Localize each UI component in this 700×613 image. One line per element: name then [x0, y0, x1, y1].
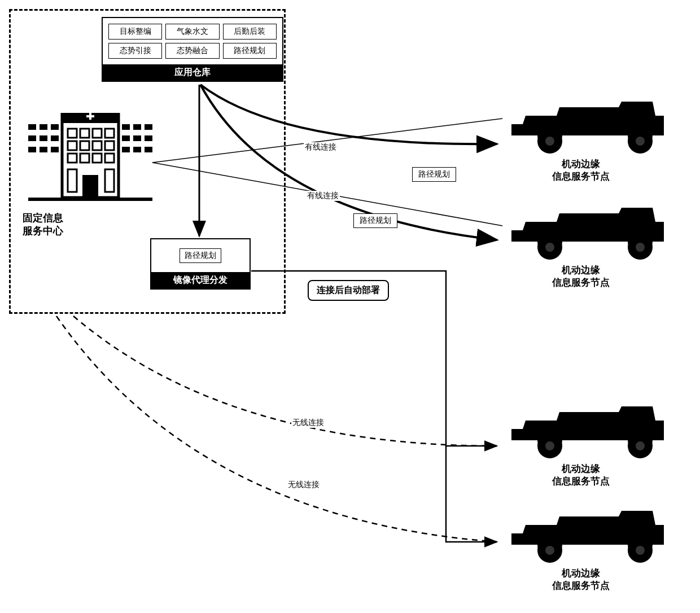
svg-rect-5 — [40, 124, 47, 130]
svg-rect-41 — [28, 198, 152, 201]
svg-rect-39 — [105, 169, 114, 192]
svg-rect-12 — [51, 147, 59, 152]
svg-rect-29 — [105, 129, 114, 138]
svg-rect-37 — [105, 154, 114, 163]
wired-label-2: 有线连接 — [306, 191, 340, 201]
svg-rect-34 — [68, 154, 77, 163]
app-item-1: 气象水文 — [165, 24, 219, 40]
svg-rect-18 — [145, 135, 152, 141]
edge-node-label-3: 机动边缘 信息服务节点 — [552, 463, 610, 488]
svg-rect-17 — [133, 135, 141, 141]
svg-rect-13 — [122, 124, 130, 130]
svg-point-57 — [636, 546, 645, 555]
path-plan-box-1: 路径规划 — [412, 167, 456, 182]
app-warehouse-title: 应用仓库 — [103, 64, 282, 81]
svg-rect-28 — [93, 129, 102, 138]
mirror-proxy: 路径规划 镜像代理分发 — [150, 238, 251, 290]
auto-deploy-label: 连接后自动部署 — [308, 280, 389, 301]
svg-rect-8 — [40, 135, 47, 141]
wired-label-1: 有线连接 — [304, 142, 338, 152]
mirror-proxy-title: 镜像代理分发 — [151, 272, 250, 288]
svg-point-56 — [545, 546, 554, 555]
path-plan-box-2: 路径规划 — [353, 213, 397, 228]
svg-rect-11 — [40, 147, 47, 152]
svg-rect-14 — [133, 124, 141, 130]
svg-rect-4 — [28, 124, 36, 130]
svg-point-48 — [545, 243, 554, 252]
svg-rect-25 — [89, 113, 91, 120]
svg-rect-31 — [80, 141, 89, 150]
svg-rect-10 — [28, 147, 36, 152]
svg-rect-32 — [93, 141, 102, 150]
svg-rect-35 — [80, 154, 89, 163]
svg-rect-36 — [93, 154, 102, 163]
svg-rect-16 — [122, 135, 130, 141]
vehicle-icon-2 — [506, 202, 670, 266]
svg-rect-19 — [122, 147, 130, 152]
app-item-5: 路径规划 — [223, 43, 277, 59]
app-item-2: 后勤后装 — [223, 24, 277, 40]
edge-node-label-1: 机动边缘 信息服务节点 — [552, 158, 610, 183]
app-item-4: 态势融合 — [165, 43, 219, 59]
edge-node-label-2: 机动边缘 信息服务节点 — [552, 264, 610, 289]
app-warehouse: 目标整编 气象水文 后勤后装 态势引接 态势融合 路径规划 应用仓库 — [102, 17, 283, 82]
svg-rect-40 — [82, 175, 98, 196]
mirror-proxy-item: 路径规划 — [180, 248, 221, 263]
svg-rect-9 — [51, 135, 59, 141]
svg-rect-33 — [105, 141, 114, 150]
svg-rect-15 — [145, 124, 152, 130]
vehicle-icon-3 — [506, 401, 670, 465]
app-item-0: 目标整编 — [108, 24, 162, 40]
svg-point-52 — [545, 441, 554, 450]
vehicle-icon-4 — [506, 505, 670, 570]
svg-rect-26 — [68, 129, 77, 138]
svg-point-49 — [636, 243, 645, 252]
edge-node-label-4: 机动边缘 信息服务节点 — [552, 567, 610, 592]
vehicle-icon-1 — [506, 96, 670, 160]
svg-rect-20 — [133, 147, 141, 152]
svg-rect-6 — [51, 124, 59, 130]
svg-point-53 — [636, 441, 645, 450]
fixed-center-label: 固定信息 服务中心 — [23, 212, 63, 238]
wireless-label-2: 无线连接 — [287, 480, 321, 490]
svg-rect-30 — [68, 141, 77, 150]
svg-point-44 — [545, 137, 554, 146]
building-icon — [28, 113, 152, 206]
svg-point-45 — [636, 137, 645, 146]
svg-rect-21 — [145, 147, 152, 152]
svg-rect-38 — [68, 169, 77, 192]
svg-rect-27 — [80, 129, 89, 138]
app-item-3: 态势引接 — [108, 43, 162, 59]
svg-rect-7 — [28, 135, 36, 141]
wireless-label-1: 无线连接 — [291, 418, 325, 428]
